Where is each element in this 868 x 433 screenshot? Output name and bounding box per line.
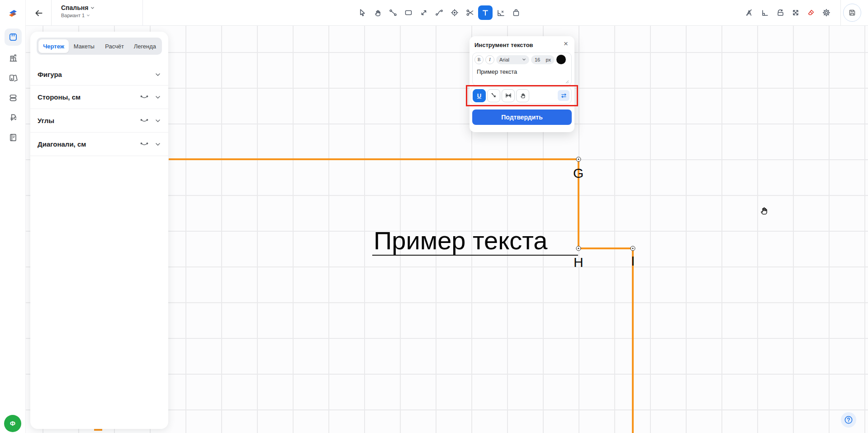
canvas-text-annotation[interactable]: Пример текста bbox=[374, 225, 547, 256]
close-button[interactable]: × bbox=[561, 39, 571, 49]
vertex-node-g[interactable] bbox=[576, 157, 581, 162]
confirm-button[interactable]: Подтвердить bbox=[472, 109, 572, 125]
divider bbox=[51, 0, 52, 25]
cursor-tool-button[interactable] bbox=[355, 5, 370, 20]
rectangle-tool-button[interactable] bbox=[401, 5, 416, 20]
scissors-tool-button[interactable] bbox=[463, 5, 477, 20]
bold-button[interactable]: B bbox=[474, 55, 484, 64]
gear-icon bbox=[822, 8, 831, 17]
chevron-down-icon[interactable] bbox=[155, 141, 161, 148]
bag-tool-button[interactable] bbox=[509, 5, 523, 20]
target-tool-button[interactable] bbox=[447, 5, 462, 20]
dimension-toggle-icon[interactable] bbox=[140, 142, 148, 147]
chevron-down-icon bbox=[86, 14, 90, 17]
project-name-dropdown[interactable]: Спальня bbox=[61, 4, 95, 11]
resize-tool-button[interactable] bbox=[417, 5, 431, 20]
view-tools bbox=[742, 5, 834, 20]
drawing-tools bbox=[355, 5, 523, 20]
curve-tool-button[interactable] bbox=[432, 5, 446, 20]
help-button[interactable] bbox=[841, 412, 856, 428]
width-button[interactable] bbox=[502, 89, 515, 102]
tab-legend[interactable]: Легенда bbox=[130, 39, 160, 53]
vertex-node-i[interactable] bbox=[631, 246, 636, 251]
underline-button[interactable]: U bbox=[473, 89, 486, 102]
pan-tool-button[interactable] bbox=[370, 5, 385, 20]
document-icon bbox=[8, 133, 18, 143]
sidebar-item-materials[interactable] bbox=[5, 69, 22, 86]
feedback-fab[interactable]: Ф bbox=[4, 415, 21, 432]
bezier-curve-icon bbox=[435, 8, 444, 17]
sidebar-item-building[interactable] bbox=[5, 49, 22, 67]
font-family-value: Arial bbox=[499, 57, 509, 62]
eraser-button[interactable] bbox=[804, 5, 818, 20]
rotate-button[interactable] bbox=[773, 5, 787, 20]
eraser-icon bbox=[806, 8, 816, 17]
blueprint-icon bbox=[8, 32, 18, 42]
wall-segment-i-down[interactable] bbox=[632, 248, 634, 433]
vertex-label-h: H bbox=[574, 256, 583, 269]
sidebar-item-furniture[interactable] bbox=[5, 89, 22, 106]
save-button[interactable] bbox=[843, 4, 861, 22]
section-label: Фигура bbox=[38, 71, 62, 78]
font-size-input[interactable]: 16 px bbox=[531, 55, 555, 64]
vertex-node-h[interactable] bbox=[576, 246, 581, 251]
properties-panel: Чертеж Макеты Расчёт Легенда Фигура Стор… bbox=[30, 32, 168, 429]
canvas-text-underline bbox=[372, 255, 578, 256]
tab-layouts[interactable]: Макеты bbox=[69, 39, 99, 53]
tab-calculation[interactable]: Расчёт bbox=[100, 39, 130, 53]
question-icon bbox=[844, 415, 854, 425]
hand-icon bbox=[519, 92, 526, 99]
italic-button[interactable]: I bbox=[485, 55, 494, 64]
polyline-tool-button[interactable] bbox=[386, 5, 400, 20]
corner-ruler-button[interactable] bbox=[758, 5, 772, 20]
text-tool-popup: Инструмент текстов × B I Arial 16 px При… bbox=[470, 36, 574, 132]
app-logo-icon[interactable] bbox=[7, 8, 19, 20]
settings-button[interactable] bbox=[819, 5, 834, 20]
variant-name: Вариант 1 bbox=[61, 13, 85, 18]
shopping-bag-icon bbox=[512, 8, 521, 17]
sidebar-item-notes[interactable] bbox=[5, 129, 22, 146]
logo-glyph bbox=[7, 8, 19, 20]
text-color-picker[interactable] bbox=[556, 55, 566, 64]
wall-segment-top[interactable] bbox=[169, 158, 579, 160]
font-family-select[interactable]: Arial bbox=[496, 55, 529, 64]
leader-line-button[interactable] bbox=[487, 89, 500, 102]
swap-arrows-icon bbox=[560, 93, 567, 99]
variant-dropdown[interactable]: Вариант 1 bbox=[61, 13, 95, 18]
text-tool-button[interactable] bbox=[478, 5, 493, 20]
sidebar-item-price[interactable] bbox=[5, 109, 22, 126]
panel-tabs: Чертеж Макеты Расчёт Легенда bbox=[37, 38, 162, 55]
chevron-down-icon[interactable] bbox=[155, 118, 161, 124]
section-angles[interactable]: Углы bbox=[30, 109, 168, 133]
hand-icon bbox=[373, 8, 382, 17]
section-diagonals[interactable]: Диагонали, см bbox=[30, 133, 168, 156]
text-icon bbox=[481, 8, 490, 17]
chevron-down-icon[interactable] bbox=[155, 94, 161, 100]
swap-direction-button[interactable] bbox=[558, 90, 569, 101]
wall-segment-h-i[interactable] bbox=[579, 247, 633, 249]
expand-button[interactable] bbox=[788, 5, 803, 20]
dimension-toggle-icon[interactable] bbox=[140, 118, 148, 124]
back-button[interactable] bbox=[32, 6, 46, 20]
resize-handle-icon[interactable] bbox=[564, 79, 569, 84]
project-name: Спальня bbox=[61, 4, 88, 11]
width-arrows-icon bbox=[505, 92, 512, 99]
cursor-icon bbox=[358, 8, 367, 17]
sidebar-item-drawing[interactable] bbox=[5, 29, 22, 46]
chevron-down-icon[interactable] bbox=[155, 71, 161, 78]
hand-mode-button[interactable] bbox=[516, 89, 529, 102]
wall-segment-bottom-stub[interactable] bbox=[94, 429, 102, 431]
text-input[interactable]: Пример текста bbox=[477, 68, 517, 75]
section-figure[interactable]: Фигура bbox=[30, 64, 168, 86]
leader-line-icon bbox=[490, 92, 498, 99]
diagonal-arrows-icon bbox=[419, 8, 428, 17]
tab-drawing[interactable]: Чертеж bbox=[38, 39, 69, 53]
labels-toggle-button[interactable] bbox=[742, 5, 757, 20]
rectangle-icon bbox=[404, 8, 413, 17]
angle-measure-tool-button[interactable] bbox=[493, 5, 508, 20]
hand-cursor-icon bbox=[759, 205, 769, 216]
divider bbox=[142, 0, 143, 25]
dimension-toggle-icon[interactable] bbox=[140, 95, 148, 100]
section-sides[interactable]: Стороны, см bbox=[30, 86, 168, 109]
save-icon bbox=[848, 8, 857, 17]
